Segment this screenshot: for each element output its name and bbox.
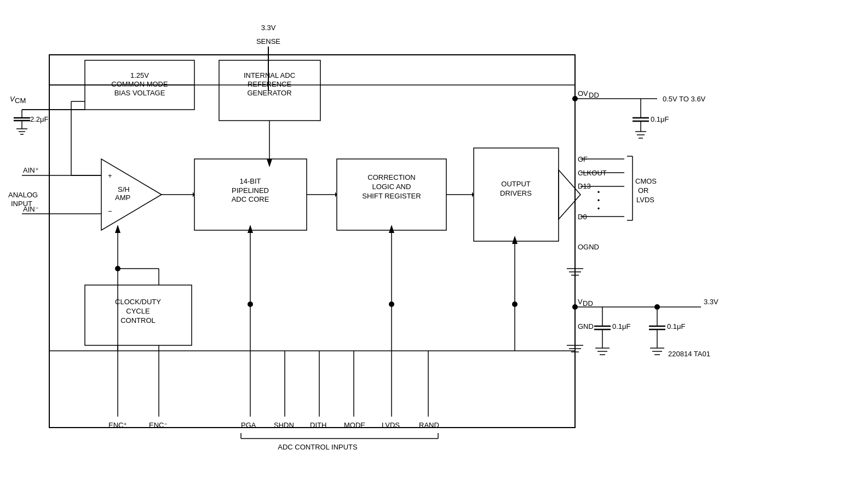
lvds-label: LVDS bbox=[382, 421, 400, 429]
ovdd-sub: DD bbox=[589, 91, 599, 99]
mode-label: MODE bbox=[344, 421, 365, 429]
dots-label2: • bbox=[597, 196, 600, 204]
svg-point-93 bbox=[389, 301, 394, 307]
svg-marker-88 bbox=[115, 225, 120, 233]
output-drivers-label-line2: DRIVERS bbox=[500, 189, 532, 197]
dots-label3: • bbox=[597, 204, 600, 213]
adc-ref-label-line3: GENERATOR bbox=[247, 89, 291, 97]
vdd-sub: DD bbox=[583, 299, 593, 308]
ognd-label: OGND bbox=[578, 243, 599, 251]
sense-label: SENSE bbox=[256, 37, 280, 45]
voltage-range-label: 0.5V TO 3.6V bbox=[663, 95, 706, 103]
adc-core-label-line2: PIPELINED bbox=[232, 186, 269, 195]
sh-amp-label-line2: AMP bbox=[115, 194, 130, 202]
shdn-label: SHDN bbox=[274, 421, 294, 429]
common-mode-label-line1: 1.25V bbox=[130, 71, 149, 79]
vcm-sub: CM bbox=[15, 96, 26, 105]
svg-rect-12 bbox=[85, 285, 192, 345]
adc-control-label: ADC CONTROL INPUTS bbox=[278, 443, 358, 451]
sh-amp-minus: − bbox=[108, 207, 112, 215]
cap-01uf-vdd2-label: 0.1μF bbox=[667, 322, 686, 331]
adc-ref-label-line2: REFERENCE bbox=[248, 80, 292, 88]
common-mode-label-line2: COMMON MODE bbox=[111, 80, 168, 88]
cmos-lvds-label3: LVDS bbox=[636, 196, 654, 204]
adc-core-label-line3: ADC CORE bbox=[232, 195, 269, 203]
cap-01uf-vdd1-label: 0.1μF bbox=[612, 322, 631, 331]
cap-22uf-label: 2.2μF bbox=[30, 115, 49, 123]
svg-marker-6 bbox=[267, 159, 272, 167]
svg-marker-11 bbox=[559, 170, 580, 219]
cap-01uf-ovdd-label: 0.1μF bbox=[651, 115, 669, 123]
output-drivers-label-line1: OUTPUT bbox=[501, 180, 531, 188]
correction-label-line1: CORRECTION bbox=[367, 173, 415, 181]
common-mode-label-line3: BIAS VOLTAGE bbox=[114, 89, 165, 97]
sh-amp-plus: + bbox=[108, 172, 112, 180]
d13-label: D13 bbox=[578, 182, 591, 190]
dith-label: DITH bbox=[310, 421, 326, 429]
cmos-lvds-label2: OR bbox=[638, 186, 649, 195]
correction-label-line2: LOGIC AND bbox=[372, 183, 411, 191]
clock-ctrl-label-line2: CYCLE bbox=[126, 307, 150, 315]
ovdd-label: OV bbox=[578, 89, 588, 98]
gnd-label: GND bbox=[578, 322, 594, 331]
d0-label: D0 bbox=[578, 213, 587, 221]
of-label: OF bbox=[578, 155, 588, 163]
enc-minus-label: ENC⁻ bbox=[149, 421, 168, 429]
rand-label: RAND bbox=[419, 421, 439, 429]
svg-marker-97 bbox=[512, 236, 518, 244]
sh-amp-label-line1: S/H bbox=[118, 185, 130, 194]
sense-33v-label: 3.3V bbox=[261, 24, 276, 32]
clock-ctrl-label-line1: CLOCK/DUTY bbox=[115, 298, 161, 306]
vdd-33v-label: 3.3V bbox=[704, 298, 718, 306]
analog-input-label2: INPUT bbox=[11, 200, 32, 208]
correction-label-line3: SHIFT REGISTER bbox=[362, 192, 421, 200]
adc-ref-label-line1: INTERNAL ADC bbox=[244, 71, 295, 79]
svg-point-37 bbox=[572, 96, 578, 101]
cmos-lvds-label1: CMOS bbox=[635, 177, 657, 185]
svg-marker-7 bbox=[101, 159, 162, 230]
vdd-label: V bbox=[578, 298, 583, 306]
svg-point-90 bbox=[248, 301, 253, 307]
dots-label: • bbox=[597, 188, 600, 196]
svg-point-96 bbox=[512, 301, 518, 307]
clkout-label: CLKOUT bbox=[578, 169, 607, 177]
pga-label: PGA bbox=[241, 421, 256, 429]
svg-marker-94 bbox=[389, 225, 394, 233]
adc-core-label-line1: 14-BIT bbox=[239, 177, 261, 185]
part-number-label: 220814 TA01 bbox=[668, 350, 710, 358]
diagram-container: 3.3V SENSE 1.25V COMMON MODE BIAS VOLTAG… bbox=[0, 0, 868, 478]
svg-rect-8 bbox=[194, 159, 307, 230]
analog-input-label: ANALOG bbox=[8, 191, 38, 199]
clock-ctrl-label-line3: CONTROL bbox=[120, 316, 156, 325]
svg-marker-91 bbox=[248, 225, 253, 233]
ain-plus-label: AIN⁺ bbox=[23, 166, 39, 174]
enc-plus-label: ENC⁺ bbox=[108, 421, 127, 429]
